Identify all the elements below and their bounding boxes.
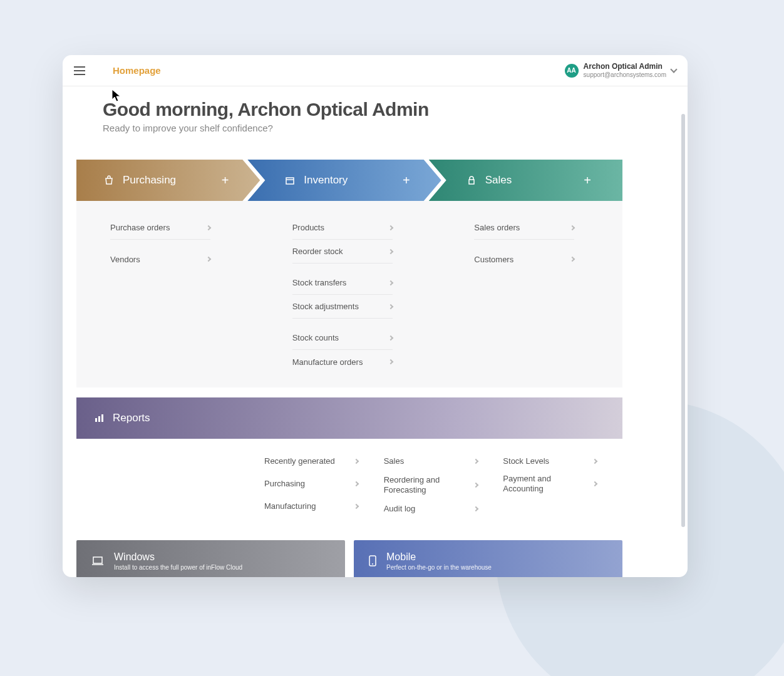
windows-subtitle: Install to access the full power of inFl… bbox=[114, 564, 242, 571]
platform-cards: Windows Install to access the full power… bbox=[76, 540, 622, 577]
chevron-right-icon bbox=[354, 481, 359, 486]
plus-icon[interactable]: + bbox=[222, 173, 229, 188]
chart-icon bbox=[94, 413, 104, 423]
svg-point-9 bbox=[372, 563, 373, 565]
link-recently-generated[interactable]: Recently generated bbox=[264, 450, 358, 473]
link-stock-counts[interactable]: Stock counts bbox=[292, 326, 393, 350]
link-products[interactable]: Products bbox=[292, 216, 393, 240]
greeting-heading: Good morning, Archon Optical Admin bbox=[103, 99, 674, 120]
link-stock-transfers[interactable]: Stock transfers bbox=[292, 271, 393, 295]
topbar: Homepage AA Archon Optical Admin support… bbox=[63, 55, 688, 86]
windows-title: Windows bbox=[114, 551, 242, 563]
chevron-right-icon bbox=[388, 335, 393, 340]
svg-rect-0 bbox=[286, 178, 294, 184]
link-purchase-orders[interactable]: Purchase orders bbox=[110, 216, 210, 240]
bag-icon bbox=[104, 175, 114, 185]
chevron-right-icon bbox=[473, 483, 478, 488]
link-stock-levels[interactable]: Stock Levels bbox=[503, 450, 597, 473]
pipeline-tabs: Purchasing + Inventory + Sales + bbox=[76, 160, 622, 201]
svg-rect-2 bbox=[469, 180, 474, 184]
user-email: support@archonsystems.com bbox=[584, 71, 666, 78]
windows-card[interactable]: Windows Install to access the full power… bbox=[76, 540, 345, 577]
plus-icon[interactable]: + bbox=[584, 173, 591, 188]
mobile-title: Mobile bbox=[386, 551, 492, 563]
chevron-right-icon bbox=[592, 459, 597, 464]
avatar: AA bbox=[565, 64, 579, 78]
svg-rect-6 bbox=[93, 557, 102, 563]
reports-links: Recently generated Purchasing Manufactur… bbox=[76, 439, 622, 531]
chevron-right-icon bbox=[388, 225, 393, 230]
chevron-right-icon bbox=[473, 459, 478, 464]
chevron-right-icon bbox=[388, 280, 393, 285]
mobile-subtitle: Perfect on-the-go or in the warehouse bbox=[386, 564, 492, 571]
user-name: Archon Optical Admin bbox=[584, 63, 666, 71]
link-vendors[interactable]: Vendors bbox=[110, 247, 210, 271]
tab-inventory[interactable]: Inventory + bbox=[247, 160, 441, 201]
breadcrumb[interactable]: Homepage bbox=[113, 65, 161, 76]
tab-purchasing[interactable]: Purchasing + bbox=[76, 160, 260, 201]
box-icon bbox=[285, 175, 295, 185]
link-purchasing-report[interactable]: Purchasing bbox=[264, 473, 358, 495]
laptop-icon bbox=[91, 556, 104, 566]
phone-icon bbox=[369, 555, 376, 566]
mobile-card[interactable]: Mobile Perfect on-the-go or in the wareh… bbox=[354, 540, 622, 577]
chevron-right-icon bbox=[473, 506, 478, 511]
purchasing-links: Purchase orders Vendors bbox=[76, 216, 259, 374]
link-payment-accounting[interactable]: Payment and Accounting bbox=[503, 473, 597, 495]
reports-illustration bbox=[76, 450, 264, 520]
plus-icon[interactable]: + bbox=[403, 173, 410, 188]
user-menu[interactable]: AA Archon Optical Admin support@archonsy… bbox=[565, 63, 676, 78]
chevron-right-icon bbox=[570, 257, 575, 262]
link-sales-report[interactable]: Sales bbox=[384, 450, 478, 473]
cursor-icon bbox=[111, 89, 121, 103]
chevron-right-icon bbox=[206, 225, 211, 230]
chevron-right-icon bbox=[354, 504, 359, 509]
svg-rect-4 bbox=[98, 416, 100, 422]
chevron-right-icon bbox=[354, 459, 359, 464]
link-manufacture-orders[interactable]: Manufacture orders bbox=[292, 350, 393, 374]
chevron-right-icon bbox=[206, 257, 211, 262]
link-stock-adjustments[interactable]: Stock adjustments bbox=[292, 295, 393, 319]
chevron-right-icon bbox=[570, 225, 575, 230]
chevron-right-icon bbox=[592, 481, 597, 486]
link-audit-log[interactable]: Audit log bbox=[384, 498, 478, 520]
pipeline-links: Purchase orders Vendors Products Reorder… bbox=[76, 201, 622, 387]
inventory-links: Products Reorder stock Stock transfers S… bbox=[259, 216, 441, 374]
greeting-subtitle: Ready to improve your shelf confidence? bbox=[103, 123, 674, 133]
hamburger-menu-icon[interactable] bbox=[74, 66, 85, 75]
chevron-down-icon bbox=[670, 66, 677, 73]
link-sales-orders[interactable]: Sales orders bbox=[474, 216, 574, 240]
reports-header[interactable]: Reports bbox=[76, 397, 622, 439]
link-manufacturing-report[interactable]: Manufacturing bbox=[264, 495, 358, 518]
tab-sales[interactable]: Sales + bbox=[429, 160, 622, 201]
chevron-right-icon bbox=[388, 304, 393, 309]
sales-links: Sales orders Customers bbox=[440, 216, 622, 374]
svg-rect-3 bbox=[95, 418, 97, 422]
link-customers[interactable]: Customers bbox=[474, 247, 574, 271]
link-reorder-stock[interactable]: Reorder stock bbox=[292, 240, 393, 264]
app-window: Homepage AA Archon Optical Admin support… bbox=[63, 55, 688, 577]
svg-rect-5 bbox=[101, 414, 103, 422]
chevron-right-icon bbox=[388, 359, 393, 364]
lock-icon bbox=[467, 175, 477, 185]
link-reordering-forecasting[interactable]: Reordering and Forecasting bbox=[384, 473, 478, 498]
chevron-right-icon bbox=[388, 248, 393, 253]
